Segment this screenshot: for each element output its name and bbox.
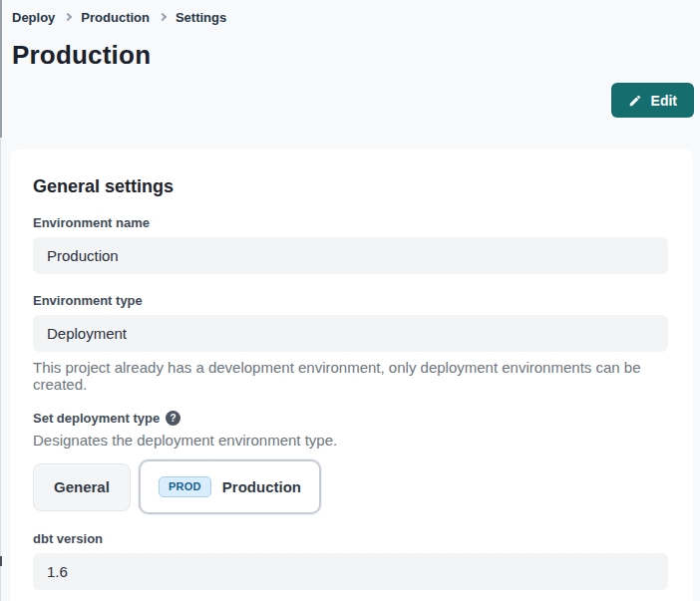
chevron-right-icon xyxy=(64,13,72,21)
environment-type-label: Environment type xyxy=(33,293,693,308)
breadcrumb: Deploy Production Settings xyxy=(12,10,690,25)
breadcrumb-item-deploy[interactable]: Deploy xyxy=(12,10,55,25)
help-icon[interactable]: ? xyxy=(166,411,180,426)
deployment-type-option-production[interactable]: PROD Production xyxy=(139,459,321,514)
chevron-right-icon xyxy=(159,13,167,21)
deployment-type-description: Designates the deployment environment ty… xyxy=(33,432,693,449)
prod-badge: PROD xyxy=(159,476,211,497)
environment-name-label: Environment name xyxy=(33,215,693,230)
deployment-type-toggle: General PROD Production xyxy=(33,459,693,514)
environment-name-field[interactable] xyxy=(33,237,668,274)
pencil-icon xyxy=(628,94,642,108)
edit-button-label: Edit xyxy=(651,93,677,109)
environment-type-field[interactable] xyxy=(33,315,668,352)
deployment-type-option-general-label: General xyxy=(54,478,110,495)
dbt-version-label: dbt version xyxy=(33,531,693,546)
page-header: Deploy Production Settings Production Ed… xyxy=(0,0,700,71)
environment-type-helper: This project already has a development e… xyxy=(33,359,671,393)
panel-edge-top xyxy=(0,0,2,138)
page-title: Production xyxy=(12,40,690,71)
deployment-type-label-text: Set deployment type xyxy=(33,411,160,426)
breadcrumb-item-settings[interactable]: Settings xyxy=(175,10,226,25)
breadcrumb-item-production[interactable]: Production xyxy=(81,10,150,25)
general-settings-heading: General settings xyxy=(33,176,693,197)
panel-edge-scroll-mark xyxy=(0,556,2,566)
edit-button[interactable]: Edit xyxy=(611,83,694,118)
general-settings-card: General settings Environment name Enviro… xyxy=(10,150,693,601)
deployment-type-option-production-label: Production xyxy=(222,478,301,495)
deployment-type-option-general[interactable]: General xyxy=(33,463,131,511)
dbt-version-field[interactable] xyxy=(33,553,668,590)
deployment-type-label: Set deployment type ? xyxy=(33,411,693,426)
